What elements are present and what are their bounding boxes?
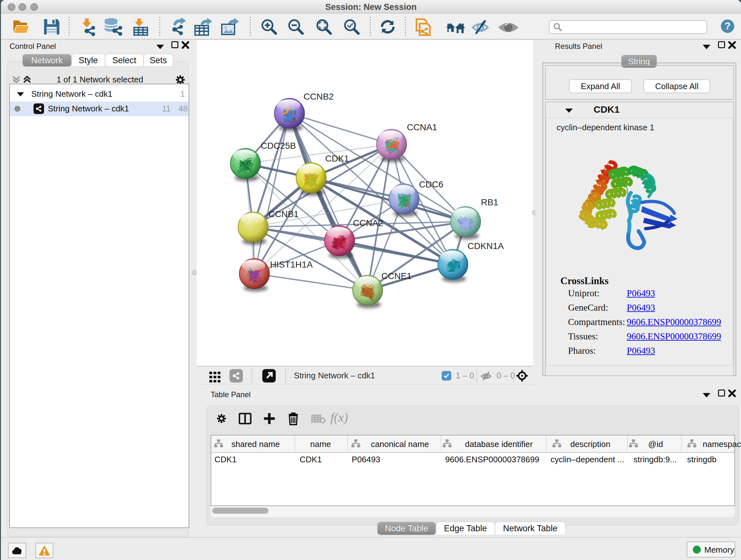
svg-text:CCNA1: CCNA1 [407,122,437,132]
svg-text:CDC25B: CDC25B [261,141,296,151]
svg-text:CDK1: CDK1 [325,153,349,164]
svg-text:CCNB1: CCNB1 [268,209,299,219]
svg-text:RB1: RB1 [481,197,498,207]
svg-text:CCNA2: CCNA2 [353,218,383,228]
svg-text:HIST1H1A: HIST1H1A [270,260,313,269]
svg-text:CCNB2: CCNB2 [304,91,334,102]
svg-text:CDC6: CDC6 [419,179,443,189]
svg-text:CDKN1A: CDKN1A [468,241,504,251]
svg-text:CCNE1: CCNE1 [381,271,412,281]
